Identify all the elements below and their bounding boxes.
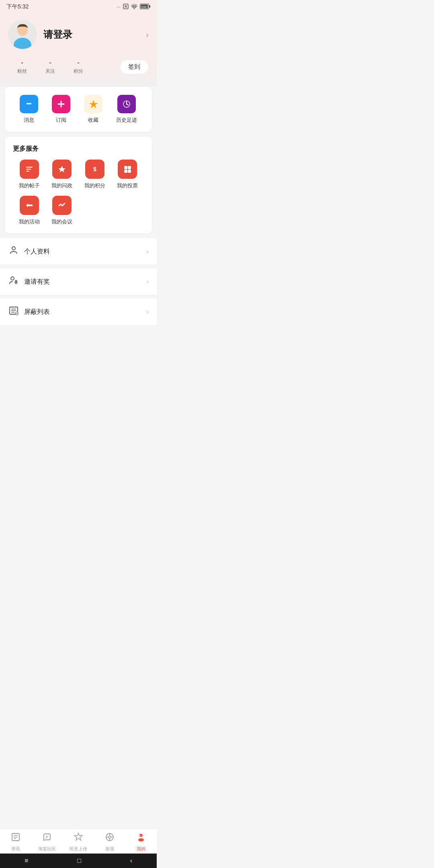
svg-rect-32 <box>124 170 127 173</box>
invite-menu-label: 邀请有奖 <box>24 278 50 286</box>
block-icon <box>8 306 19 318</box>
blocklist-menu-label: 屏蔽列表 <box>24 308 50 316</box>
more-services-card: 更多服务 我的帖子 我的问政 <box>5 137 152 233</box>
invite-icon <box>8 276 19 288</box>
person-icon <box>8 246 19 258</box>
svg-rect-31 <box>128 166 131 169</box>
following-stat[interactable]: - 关注 <box>36 59 64 75</box>
service-vote[interactable]: 我的投票 <box>111 160 144 189</box>
profile-top: 请登录 › <box>8 20 149 49</box>
svg-point-13 <box>30 103 31 104</box>
action-subscribe[interactable]: 订阅 <box>52 95 70 124</box>
service-govask[interactable]: 我的问政 <box>46 160 79 189</box>
svg-rect-23 <box>26 169 31 170</box>
meeting-label: 我的会议 <box>51 218 72 225</box>
svg-rect-22 <box>26 167 33 168</box>
svg-rect-33 <box>128 170 131 173</box>
service-posts[interactable]: 我的帖子 <box>13 160 46 189</box>
svg-rect-24 <box>26 171 29 172</box>
quick-actions: 消息 订阅 ★ 收藏 <box>13 95 144 124</box>
message-icon <box>20 95 38 113</box>
svg-point-35 <box>12 247 15 250</box>
service-meeting[interactable]: 我的会议 <box>46 196 79 225</box>
fans-stat[interactable]: - 粉丝 <box>8 59 36 75</box>
points-value: - <box>77 59 80 67</box>
services-grid: 我的帖子 我的问政 $ 我的积分 <box>13 160 144 225</box>
favorite-label: 收藏 <box>88 117 98 124</box>
checkin-button[interactable]: 签到 <box>120 59 149 74</box>
posts-icon <box>20 160 39 179</box>
menu-item-profile[interactable]: 个人资料 › <box>0 238 157 265</box>
quick-actions-card: 消息 订阅 ★ 收藏 <box>5 87 152 132</box>
battery-icon: 100 <box>140 4 150 10</box>
svg-point-36 <box>11 277 14 280</box>
more-services-title: 更多服务 <box>13 145 144 153</box>
invite-menu-arrow: › <box>147 278 149 285</box>
fans-label: 粉丝 <box>17 68 27 75</box>
subscribe-icon <box>52 95 70 113</box>
vote-icon <box>118 160 137 179</box>
history-icon <box>117 95 136 113</box>
profile-menu-label: 个人资料 <box>24 248 50 256</box>
points-label: 积分 <box>74 68 83 75</box>
points-icon: $ <box>85 160 104 179</box>
profile-section: 请登录 › - 粉丝 - 关注 - 积分 签到 <box>0 12 157 87</box>
wifi-icon <box>131 4 137 10</box>
avatar[interactable] <box>8 20 37 49</box>
menu-list: 个人资料 › 邀请有奖 › <box>0 238 157 326</box>
svg-rect-30 <box>124 166 127 169</box>
history-label: 历史足迹 <box>116 117 137 124</box>
menu-invite-left: 邀请有奖 <box>8 276 50 288</box>
close-icon <box>123 4 129 10</box>
action-history[interactable]: 历史足迹 <box>116 95 137 124</box>
following-value: - <box>49 59 51 67</box>
menu-item-invite[interactable]: 邀请有奖 › <box>0 268 157 295</box>
stats-row: - 粉丝 - 关注 - 积分 签到 <box>8 59 149 75</box>
favorite-icon: ★ <box>84 95 102 113</box>
svg-text:100: 100 <box>141 5 147 9</box>
action-favorite[interactable]: ★ 收藏 <box>84 95 102 124</box>
svg-text:$: $ <box>93 166 96 172</box>
points-service-label: 我的积分 <box>84 182 105 189</box>
subscribe-label: 订阅 <box>56 117 66 124</box>
fans-value: - <box>21 59 23 67</box>
meeting-icon <box>52 196 72 215</box>
menu-profile-left: 个人资料 <box>8 246 50 258</box>
blocklist-menu-arrow: › <box>147 308 149 315</box>
points-stat[interactable]: - 积分 <box>64 59 92 75</box>
status-bar: 下午5:32 ··· 100 <box>0 0 157 12</box>
service-activity[interactable]: 我的活动 <box>13 196 46 225</box>
dots-icon: ··· <box>117 4 121 10</box>
profile-chevron-icon[interactable]: › <box>146 30 149 39</box>
action-message[interactable]: 消息 <box>20 95 38 124</box>
svg-point-11 <box>27 103 28 104</box>
activity-label: 我的活动 <box>19 218 40 225</box>
activity-icon <box>20 196 39 215</box>
login-prompt[interactable]: 请登录 <box>43 28 72 41</box>
svg-rect-5 <box>149 5 150 8</box>
status-icons: ··· 100 <box>117 4 150 10</box>
status-time: 下午5:32 <box>6 3 29 10</box>
service-points[interactable]: $ 我的积分 <box>78 160 111 189</box>
following-label: 关注 <box>45 68 55 75</box>
posts-label: 我的帖子 <box>19 182 40 189</box>
profile-left[interactable]: 请登录 <box>8 20 72 49</box>
menu-block-left: 屏蔽列表 <box>8 306 50 318</box>
govask-icon <box>52 160 72 179</box>
svg-point-12 <box>28 103 30 104</box>
profile-menu-arrow: › <box>147 248 149 255</box>
govask-label: 我的问政 <box>51 182 72 189</box>
vote-label: 我的投票 <box>117 182 138 189</box>
menu-item-blocklist[interactable]: 屏蔽列表 › <box>0 299 157 326</box>
message-label: 消息 <box>24 117 34 124</box>
